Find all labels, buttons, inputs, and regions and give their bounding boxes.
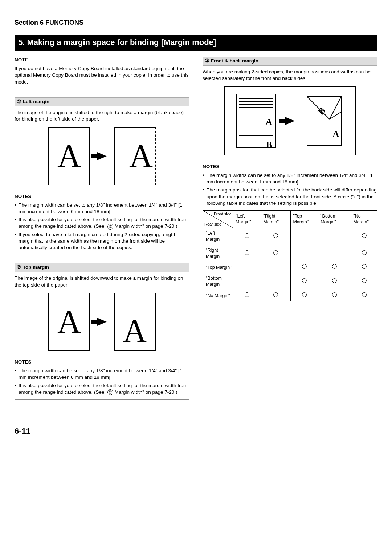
right-column: ③ Front & back margin When you are makin… [203, 57, 377, 408]
row-header: "No Margin" [203, 290, 233, 301]
diagonal-header-cell: Front side Rear side [203, 210, 233, 228]
left-margin-illustration: A A [15, 127, 189, 185]
table-cell [233, 290, 261, 301]
circle-mark-icon [332, 292, 337, 297]
col-header: "Left Margin" [233, 210, 261, 228]
table-cell [318, 262, 351, 273]
ref-number-icon: ⑮ [107, 389, 113, 395]
table-cell [351, 290, 377, 301]
front-back-body: When you are making 2-sided copies, the … [203, 69, 377, 82]
circle-mark-icon [362, 233, 367, 238]
shifted-page-icon: A [114, 127, 156, 185]
table-cell [318, 273, 351, 290]
table-cell [351, 262, 377, 273]
table-cell [233, 273, 261, 290]
subheading-left-margin: ① Left margin [15, 97, 189, 106]
table-cell [318, 245, 351, 262]
table-cell [318, 228, 351, 245]
table-cell [318, 290, 351, 301]
section-header: Section 6 FUNCTIONS [15, 18, 377, 28]
subheading-top-margin: ② Top margin [15, 263, 189, 272]
separator [15, 399, 189, 400]
table-cell [291, 245, 318, 262]
circle-mark-icon [302, 292, 307, 297]
list-item: The margin position that can be selected… [203, 187, 377, 207]
list-item: The margin widths can be set to any 1/8"… [203, 172, 377, 185]
table-cell [261, 273, 291, 290]
table-cell [291, 290, 318, 301]
top-margin-illustration: A A [15, 293, 189, 351]
row-header: "Top Margin" [203, 262, 233, 273]
notes-heading: NOTES [15, 359, 189, 365]
margin-compatibility-table: Front side Rear side "Left Margin" "Righ… [203, 210, 377, 301]
circle-mark-icon [332, 278, 337, 283]
table-row: "Right Margin" [203, 245, 377, 262]
circle-mark-icon [245, 233, 249, 238]
table-row: "No Margin" [203, 290, 377, 301]
col-header: "Top Margin" [291, 210, 318, 228]
svg-text:A: A [332, 129, 339, 139]
circle-mark-icon [362, 250, 367, 255]
note-heading: NOTE [15, 57, 189, 63]
col-header: "Right Margin" [261, 210, 291, 228]
separator [203, 308, 377, 308]
circle-mark-icon [362, 264, 367, 269]
left-margin-notes-list: The margin width can be set to any 1/8" … [15, 202, 189, 251]
folded-page-icon: B A [304, 94, 344, 148]
svg-marker-2 [330, 97, 341, 119]
row-header: "Left Margin" [203, 228, 233, 245]
table-cell [233, 262, 261, 273]
circle-mark-icon [332, 264, 337, 269]
table-cell [261, 228, 291, 245]
front-back-notes-list: The margin widths can be set to any 1/8"… [203, 172, 377, 207]
table-cell [351, 228, 377, 245]
table-cell [291, 262, 318, 273]
circle-mark-icon [245, 250, 249, 255]
circle-mark-icon [302, 278, 307, 283]
front-back-illustration: A B B A [203, 86, 377, 155]
list-item: It is also possible for you to select th… [15, 216, 189, 230]
arrow-icon [285, 117, 295, 125]
circle-mark-icon [273, 292, 278, 297]
original-page-icon: A [48, 127, 90, 185]
two-column-layout: NOTE If you do not have a Memory Copy Bo… [15, 57, 377, 408]
separator [15, 89, 189, 89]
table-row: "Bottom Margin" [203, 273, 377, 290]
original-page-icon: A [48, 293, 90, 351]
two-sided-page-icon: A B [236, 94, 276, 148]
circle-mark-icon [273, 250, 278, 255]
table-cell [233, 245, 261, 262]
table-cell [261, 245, 291, 262]
table-cell [261, 262, 291, 273]
notes-heading: NOTES [15, 193, 189, 200]
top-margin-body: The image of the original is shifted dow… [15, 275, 189, 288]
table-cell [351, 273, 377, 290]
table-cell [261, 290, 291, 301]
table-cell [233, 228, 261, 245]
subheading-front-back-margin: ③ Front & back margin [203, 57, 377, 66]
arrow-icon [97, 152, 107, 160]
separator [15, 255, 189, 255]
list-item: If you select to have a left margin crea… [15, 231, 189, 251]
circle-mark-icon [273, 233, 278, 238]
circle-mark-icon [245, 292, 249, 297]
list-item: The margin width can be set to any 1/8" … [15, 202, 189, 215]
shifted-page-icon: A [114, 293, 156, 351]
col-header: "No Margin" [351, 210, 377, 228]
table-row: "Top Margin" [203, 262, 377, 273]
left-column: NOTE If you do not have a Memory Copy Bo… [15, 57, 189, 408]
table-cell [291, 273, 318, 290]
list-item: The margin width can be set to any 1/8" … [15, 368, 189, 381]
row-header: "Right Margin" [203, 245, 233, 262]
arrow-icon [97, 318, 107, 326]
circle-mark-icon [362, 292, 367, 297]
list-item: It is also possible for you to select th… [15, 382, 189, 396]
page-title-bar: 5. Making a margin space for binding [Ma… [15, 35, 377, 51]
left-margin-body: The image of the original is shifted to … [15, 109, 189, 122]
top-margin-notes-list: The margin width can be set to any 1/8" … [15, 368, 189, 396]
row-header: "Bottom Margin" [203, 273, 233, 290]
ref-number-icon: ⑮ [107, 224, 113, 230]
col-header: "Bottom Margin" [318, 210, 351, 228]
table-cell [291, 228, 318, 245]
circle-mark-icon [302, 264, 307, 269]
